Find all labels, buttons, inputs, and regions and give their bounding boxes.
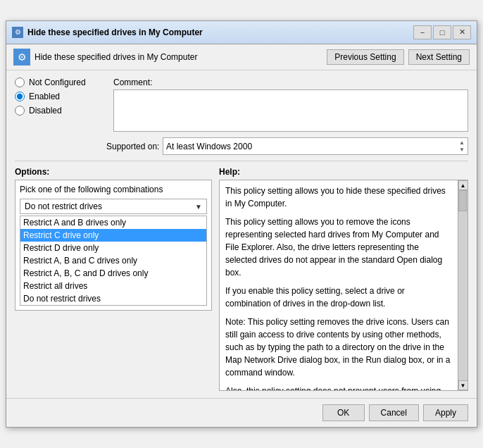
list-item[interactable]: Restrict all drives [20,280,206,292]
help-para-5: Also, this policy setting does not preve… [225,385,452,391]
close-button[interactable]: ✕ [453,25,471,39]
help-wrapper: This policy setting allows you to hide t… [219,180,468,391]
radio-enabled-label: Enabled [29,92,60,101]
radio-disabled[interactable]: Disabled [15,106,106,116]
apply-button[interactable]: Apply [423,404,468,421]
radio-disabled-label: Disabled [29,106,62,116]
scroll-thumb[interactable] [458,190,467,211]
help-para-3: If you enable this policy setting, selec… [225,285,452,310]
scroll-track [458,190,468,380]
options-box: Pick one of the following combinations D… [15,180,212,311]
window-title: Hide these specified drives in My Comput… [27,27,203,37]
help-para-4: Note: This policy setting removes the dr… [225,316,452,379]
list-item[interactable]: Do not restrict drives [20,292,206,305]
radio-enabled-input[interactable] [15,92,25,101]
radio-enabled[interactable]: Enabled [15,92,106,101]
radio-not-configured[interactable]: Not Configured [15,77,106,87]
title-bar: ⚙ Hide these specified drives in My Comp… [6,21,477,44]
help-column: This policy setting allows you to hide t… [219,180,468,391]
comment-section: Comment: [113,77,468,132]
cancel-button[interactable]: Cancel [369,404,419,421]
title-bar-controls: − □ ✕ [413,25,471,39]
list-item[interactable]: Restrict A, B and C drives only [20,254,206,267]
comment-textarea[interactable] [113,89,468,132]
header-bar: ⚙ Hide these specified drives in My Comp… [6,44,477,70]
supported-scroll-arrows: ▲ ▼ [459,139,465,153]
next-setting-button[interactable]: Next Setting [408,49,470,65]
help-text-box: This policy setting allows you to hide t… [219,180,458,391]
supported-value: At least Windows 2000 [166,142,252,151]
previous-setting-button[interactable]: Previous Setting [327,49,403,65]
main-content: Not Configured Enabled Disabled Comment:… [6,70,477,398]
radio-comment-section: Not Configured Enabled Disabled Comment: [15,77,468,132]
header-left: ⚙ Hide these specified drives in My Comp… [13,49,197,66]
help-para-1: This policy setting allows you to hide t… [225,185,452,210]
minimize-button[interactable]: − [413,25,432,39]
radio-not-configured-input[interactable] [15,77,25,87]
options-label: Options: [15,167,49,177]
header-buttons: Previous Setting Next Setting [327,49,470,65]
section-labels: Options: Help: [15,167,468,177]
dialog-window: ⚙ Hide these specified drives in My Comp… [6,20,477,428]
supported-row: Supported on: At least Windows 2000 ▲ ▼ [106,137,468,155]
options-column: Pick one of the following combinations D… [15,180,212,391]
radio-column: Not Configured Enabled Disabled [15,77,106,116]
supported-value-box: At least Windows 2000 ▲ ▼ [163,137,468,155]
drives-list[interactable]: Restrict A and B drives only Restrict C … [20,216,207,306]
ok-button[interactable]: OK [322,404,365,421]
footer: OK Cancel Apply [6,398,477,427]
supported-label: Supported on: [106,142,163,151]
list-item[interactable]: Restrict D drive only [20,242,206,254]
maximize-button[interactable]: □ [433,25,451,39]
scroll-down-arrow: ▼ [459,147,465,154]
options-label-container: Options: [15,167,212,177]
supported-value-inner: At least Windows 2000 ▲ ▼ [166,139,465,153]
list-item[interactable]: Restrict C drive only [20,229,206,242]
help-label-container: Help: [219,167,468,177]
dropdown-arrow-icon: ▼ [195,203,202,211]
dropdown-value: Do not restrict drives [25,201,102,211]
list-item[interactable]: Restrict A, B, C and D drives only [20,267,206,280]
window-icon: ⚙ [12,27,23,38]
options-description: Pick one of the following combinations [20,185,207,194]
help-para-2: This policy setting allows you to remove… [225,216,452,279]
scroll-down-button[interactable]: ▼ [458,380,468,390]
drives-dropdown[interactable]: Do not restrict drives ▼ [20,199,207,214]
policy-icon: ⚙ [13,49,30,66]
radio-disabled-input[interactable] [15,106,25,116]
scroll-up-arrow: ▲ [459,139,465,147]
divider [15,161,468,161]
title-bar-left: ⚙ Hide these specified drives in My Comp… [12,27,203,38]
scroll-up-button[interactable]: ▲ [458,180,468,190]
help-scrollbar[interactable]: ▲ ▼ [458,180,468,391]
header-title: Hide these specified drives in My Comput… [34,52,197,62]
comment-label: Comment: [113,77,468,87]
help-label: Help: [219,167,240,177]
two-col-section: Pick one of the following combinations D… [15,180,468,391]
list-item[interactable]: Restrict A and B drives only [20,216,206,229]
radio-not-configured-label: Not Configured [29,77,86,87]
